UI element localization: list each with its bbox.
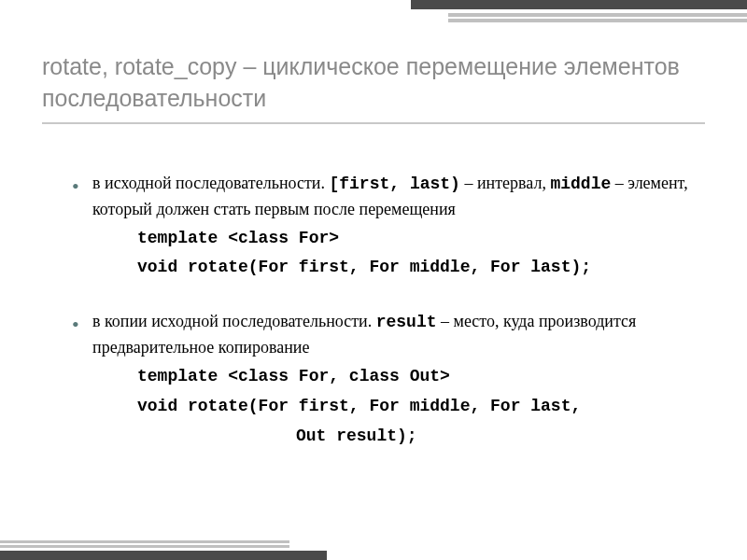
decor-bar-dark <box>0 551 327 560</box>
bullet-text: в исходной последовательности. [first, l… <box>72 171 705 222</box>
bullet-text: в копии исходной последовательности. res… <box>72 309 705 360</box>
bottom-decoration <box>0 540 327 560</box>
decor-bar-gray <box>0 540 289 543</box>
title-rule <box>42 122 705 124</box>
inline-code: middle <box>550 175 611 193</box>
bullet-item-1: в исходной последовательности. [first, l… <box>72 171 705 282</box>
decor-bar-gray <box>448 13 747 17</box>
code-line: void rotate(For first, For middle, For l… <box>72 394 705 420</box>
decor-bar-gray <box>448 19 747 22</box>
inline-code: result <box>376 313 437 331</box>
text: в копии исходной последовательности. <box>92 312 376 330</box>
text: в исходной последовательности. <box>92 174 329 192</box>
decor-bar-dark <box>411 0 747 9</box>
bullet-item-2: в копии исходной последовательности. res… <box>72 309 705 450</box>
code-line: template <class For> <box>72 226 705 252</box>
code-line: template <class For, class Out> <box>72 364 705 390</box>
text: – интервал, <box>460 174 551 192</box>
decor-bar-gray <box>0 545 289 548</box>
slide-content: rotate, rotate_copy – циклическое переме… <box>0 0 747 506</box>
top-decoration <box>411 0 747 22</box>
inline-code: [first, last) <box>329 175 459 193</box>
code-line: void rotate(For first, For middle, For l… <box>72 255 705 281</box>
code-line: Out result); <box>72 424 705 450</box>
slide-title: rotate, rotate_copy – циклическое переме… <box>42 51 705 115</box>
